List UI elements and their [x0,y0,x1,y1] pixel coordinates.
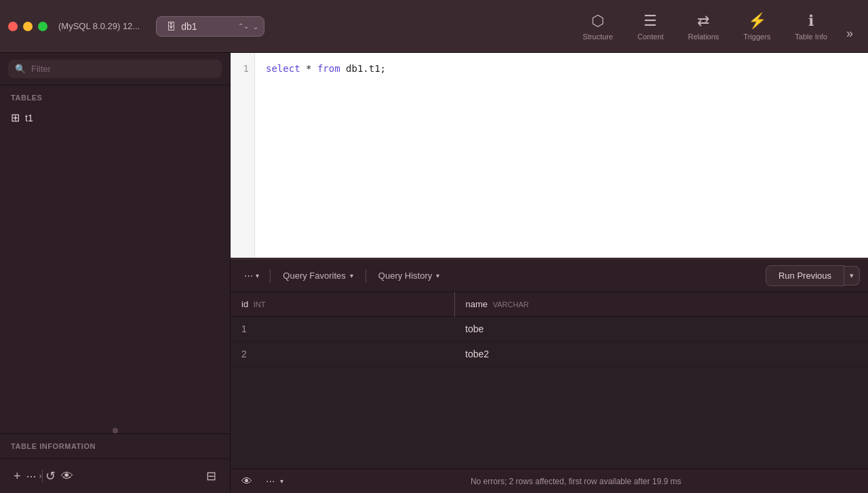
query-history-button[interactable]: Query History ▾ [372,267,446,285]
search-icon: 🔍 [15,64,26,74]
query-toolbar: ··· ▾ Query Favorites ▾ Query History ▾ … [231,260,868,292]
eye-icon: 👁 [241,475,252,488]
query-editor[interactable]: 1 select * from db1.t1; [231,53,868,260]
caret-down-icon: ▾ [850,271,854,279]
filter-input[interactable] [31,64,215,74]
window-title: (MySQL 8.0.29) 12... [58,21,140,31]
main-layout: 🔍 TABLES ⊞ t1 TABLE INFORMATION + ··· › [0,53,868,493]
sidebar-bottom: TABLE INFORMATION [0,433,230,458]
scroll-dot [113,428,118,433]
eye-icon: 👁 [61,469,73,484]
scroll-indicator [0,428,230,433]
table-name: t1 [25,113,33,123]
relations-icon: ⇄ [697,12,709,30]
eye-button[interactable]: 👁 [58,467,76,486]
columns-icon: ⊟ [206,469,216,484]
table-info-label: Table Info [795,33,827,41]
close-button[interactable] [8,22,18,31]
col-name-name: name [466,299,488,309]
content-tab[interactable]: ☰ Content [625,7,676,46]
cell-name-2: tobe2 [454,342,868,367]
columns-button[interactable]: ⊟ [203,466,219,486]
line-number: 1 [236,61,249,76]
more-button[interactable]: » [840,21,860,46]
table-information-label: TABLE INFORMATION [11,442,219,450]
add-button[interactable]: + [11,467,24,486]
table-item-t1[interactable]: ⊞ t1 [0,107,230,128]
relations-tab[interactable]: ⇄ Relations [675,7,731,46]
relations-label: Relations [688,33,719,41]
run-previous-wrap: Run Previous ▾ [766,265,860,286]
tables-section-label: TABLES [0,94,230,107]
ellipsis-status-icon: ··· [266,475,275,488]
col-type-name: VARCHAR [493,300,529,309]
table-info-icon: ℹ [808,12,814,30]
line-numbers: 1 [231,53,255,258]
cell-id-2: 2 [231,342,454,367]
run-previous-caret[interactable]: ▾ [844,266,860,285]
col-name-id: id [241,299,248,309]
db-name: db1 [181,21,197,32]
cell-name-1: tobe [454,317,868,342]
chevron-down-icon: ⌄ [253,22,258,30]
keyword-from: from [317,63,340,74]
db-icon: 🗄 [166,21,176,32]
minimize-button[interactable] [23,22,33,31]
status-bar: 👁 ··· ▾ No errors; 2 rows affected, firs… [231,469,868,493]
content-area: 1 select * from db1.t1; ··· ▾ Query Favo… [231,53,868,493]
traffic-lights [8,22,47,31]
run-previous-label: Run Previous [778,271,831,281]
code-area[interactable]: select * from db1.t1; [255,53,868,258]
run-previous-button[interactable]: Run Previous [766,265,844,286]
triggers-icon: ⚡ [748,12,766,30]
caret-icon: ▾ [256,272,259,279]
ellipsis-icon: ··· [244,270,253,282]
structure-tab[interactable]: ⬡ Structure [570,7,625,46]
keyword-select: select [266,63,300,74]
query-history-label: Query History [378,271,432,281]
table-row: 1 tobe [231,317,868,342]
ellipsis-icon: ··· [26,469,37,484]
table-info-tab[interactable]: ℹ Table Info [783,7,840,46]
status-message: No errors; 2 rows affected, first row av… [292,477,860,486]
toolbar-icons: ⬡ Structure ☰ Content ⇄ Relations ⚡ Trig… [570,7,860,46]
plus-icon: + [14,469,21,484]
selector-arrows: ⌃⌄ [238,22,249,30]
table-row: 2 tobe2 [231,342,868,367]
results-table: id INT name VARCHAR 1 tobe [231,292,868,469]
col-type-id: INT [254,300,266,309]
query-favorites-button[interactable]: Query Favorites ▾ [276,267,359,285]
toolbar-divider-2 [366,269,366,283]
col-header-name: name VARCHAR [454,292,868,317]
structure-label: Structure [583,33,613,41]
toolbar-divider [270,269,271,283]
more-query-button[interactable]: ··· ▾ [239,266,264,286]
chevron-down-icon-2: ▾ [436,272,439,279]
operator-star: * [306,63,311,74]
query-favorites-label: Query Favorites [283,271,345,281]
chevron-down-icon: ▾ [350,272,353,279]
content-icon: ☰ [644,12,657,30]
titlebar: (MySQL 8.0.29) 12... 🗄 db1 ⌄ ⌃⌄ ⬡ Struct… [0,0,868,53]
sidebar: 🔍 TABLES ⊞ t1 TABLE INFORMATION + ··· › [0,53,231,493]
more-options-button[interactable]: ··· [24,467,39,486]
db-selector[interactable]: 🗄 db1 ⌄ ⌃⌄ [156,16,264,37]
structure-icon: ⬡ [591,12,604,30]
more-status-wrap: ··· ▾ [263,473,283,490]
table-reference: db1.t1; [346,63,386,74]
triggers-tab[interactable]: ⚡ Triggers [731,7,783,46]
filter-bar: 🔍 [0,53,230,85]
refresh-icon: ↺ [45,469,56,484]
refresh-button[interactable]: ↺ [43,466,58,486]
maximize-button[interactable] [38,22,47,31]
data-table: id INT name VARCHAR 1 tobe [231,292,868,367]
cell-id-1: 1 [231,317,454,342]
tables-section: TABLES ⊞ t1 [0,85,230,428]
table-icon: ⊞ [11,111,20,124]
eye-status-button[interactable]: 👁 [239,473,255,490]
table-header-row: id INT name VARCHAR [231,292,868,317]
filter-input-wrap[interactable]: 🔍 [8,60,222,78]
chevron-right-icon: » [846,26,853,40]
more-status-button[interactable]: ··· [263,473,277,490]
content-label: Content [637,33,664,41]
